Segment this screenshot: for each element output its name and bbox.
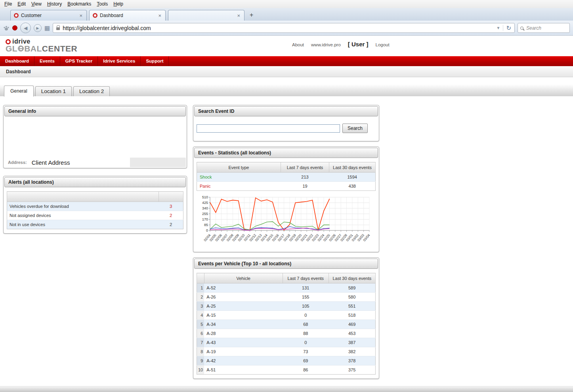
address-main: Address: Client Address (4, 158, 130, 167)
vehicle-last30: 469 (329, 320, 375, 329)
header-link-logout[interactable]: Logout (376, 42, 390, 47)
stats-header-cell: Last 7 days events (281, 162, 329, 173)
vehicle-name: A-28 (204, 329, 283, 338)
top10-header-cell: Vehicle (204, 273, 283, 284)
top10-header-cell: Last 7 days events (283, 273, 329, 284)
alert-row[interactable]: Not assigned devices2 (7, 211, 183, 220)
browser-tab-dashboard[interactable]: Dashboard× (89, 10, 166, 21)
page-tab-strip: GeneralLocation 1Location 2 (0, 84, 573, 96)
vehicle-row: 2A-26155580 (197, 293, 376, 302)
alert-row[interactable]: Vehicles overdue for download3 (7, 202, 183, 211)
nav-gps-tracker[interactable]: GPS Tracker (60, 56, 98, 66)
browser-tab-blank[interactable]: × (168, 10, 244, 21)
menu-bookmarks[interactable]: Bookmarks (65, 0, 94, 8)
lock-icon (56, 27, 60, 30)
vehicle-name: A-34 (204, 320, 283, 329)
main-nav: DashboardEventsGPS TrackerIdrive Service… (0, 56, 573, 66)
address-row: Address: Client Address (4, 158, 186, 167)
record-icon[interactable] (12, 25, 17, 30)
svg-text:255: 255 (202, 212, 208, 216)
vehicle-last7: 88 (283, 329, 329, 338)
vehicle-name: A-52 (204, 284, 283, 293)
header-link-site[interactable]: www.idrive.pro (311, 42, 341, 47)
tab-close-icon[interactable]: × (157, 13, 162, 19)
panel-title: Alerts (all locations) (4, 177, 186, 187)
address-label: Address: (4, 160, 27, 165)
events-chart-svg: 08517025534042551002/0402/0502/0602/0702… (197, 195, 376, 245)
event-id-input[interactable] (197, 124, 340, 133)
back-button[interactable]: ◀ (20, 23, 31, 33)
new-tab-button[interactable]: + (247, 11, 256, 19)
url-dropdown-icon[interactable]: ▼ (497, 26, 500, 30)
alert-row[interactable]: Not in use devices2 (7, 220, 183, 229)
search-button[interactable]: Search (342, 124, 368, 133)
vehicle-name: A-42 (204, 356, 283, 365)
vehicle-name: A-25 (204, 302, 283, 311)
alert-value: 3 (159, 202, 183, 211)
sites-grid-icon[interactable]: ▦ (44, 25, 50, 31)
right-column: Search Event ID Search Events - Statisti… (193, 105, 379, 379)
browser-search-input[interactable] (525, 25, 567, 31)
general-info-panel: General info Address: Client Address (3, 105, 187, 168)
vehicle-name: A-51 (204, 365, 283, 375)
logo-text-center: CENTER (42, 44, 77, 53)
tab-close-icon[interactable]: × (78, 13, 83, 19)
vehicle-last7: 105 (283, 302, 329, 311)
menu-tools[interactable]: Tools (94, 0, 111, 8)
nav-support[interactable]: Support (141, 56, 169, 66)
nav-events[interactable]: Events (34, 56, 60, 66)
tab-location-2[interactable]: Location 2 (73, 86, 110, 96)
site-favicon-icon (14, 13, 19, 18)
statistics-table: Event typeLast 7 days eventsLast 30 days… (197, 162, 376, 191)
logo[interactable]: idrive GL BAL CENTER (0, 36, 77, 53)
search-icon (520, 27, 523, 30)
paw-icon[interactable] (3, 25, 10, 31)
header-links: Aboutwww.idrive.pro[ User ]Logout (292, 41, 390, 48)
globe-icon (18, 46, 24, 51)
nav-dashboard[interactable]: Dashboard (0, 56, 34, 66)
url-bar[interactable]: https://globalcenter.idriveglobal.com ▼ … (53, 23, 515, 33)
vehicle-last7: 0 (283, 311, 329, 320)
menu-edit[interactable]: Edit (15, 0, 29, 8)
stats-row: Panic19438 (197, 182, 376, 191)
logo-text-bal: BAL (24, 44, 42, 53)
svg-text:170: 170 (202, 217, 208, 221)
vehicle-last30: 375 (329, 365, 375, 375)
menu-bar: FileEditViewHistoryBookmarksToolsHelp (0, 0, 573, 8)
menu-file[interactable]: File (2, 0, 15, 8)
vehicle-last7: 155 (283, 293, 329, 302)
stats-event-type: Shock (197, 173, 281, 182)
menu-history[interactable]: History (44, 0, 65, 8)
stats-last7: 213 (281, 173, 329, 182)
tab-close-icon[interactable]: × (236, 13, 241, 19)
tab-label: Customer (21, 13, 42, 18)
forward-button[interactable]: ▶ (34, 24, 42, 32)
tab-location-1[interactable]: Location 1 (35, 86, 72, 96)
browser-search-box[interactable] (518, 23, 570, 33)
vehicle-rank: 3 (197, 302, 204, 311)
vehicle-row: 5A-3468469 (197, 320, 376, 329)
footer-bar (0, 386, 573, 392)
browser-chrome: FileEditViewHistoryBookmarksToolsHelp Cu… (0, 0, 573, 21)
nav-idrive-services[interactable]: Idrive Services (98, 56, 141, 66)
header-link-about[interactable]: About (292, 42, 304, 47)
series-magenta (210, 228, 330, 230)
stats-last30: 1594 (329, 173, 376, 182)
menu-help[interactable]: Help (111, 0, 126, 8)
url-text[interactable]: https://globalcenter.idriveglobal.com (63, 25, 151, 31)
tab-general[interactable]: General (4, 86, 34, 97)
vehicle-last7: 0 (283, 338, 329, 347)
stats-last30: 438 (329, 182, 376, 191)
vehicle-last7: 73 (283, 347, 329, 356)
panel-title: General info (4, 106, 186, 116)
reload-icon[interactable]: ↻ (503, 25, 511, 31)
vehicle-name: A-26 (204, 293, 283, 302)
browser-tab-customer[interactable]: Customer× (10, 10, 87, 21)
menu-view[interactable]: View (29, 0, 44, 8)
browser-window: FileEditViewHistoryBookmarksToolsHelp Cu… (0, 0, 573, 392)
vehicle-rank: 2 (197, 293, 204, 302)
svg-text:85: 85 (204, 223, 208, 227)
header-link-user[interactable]: [ User ] (348, 41, 369, 48)
vehicle-row: 8A-1973382 (197, 347, 376, 356)
vehicle-last7: 69 (283, 356, 329, 365)
